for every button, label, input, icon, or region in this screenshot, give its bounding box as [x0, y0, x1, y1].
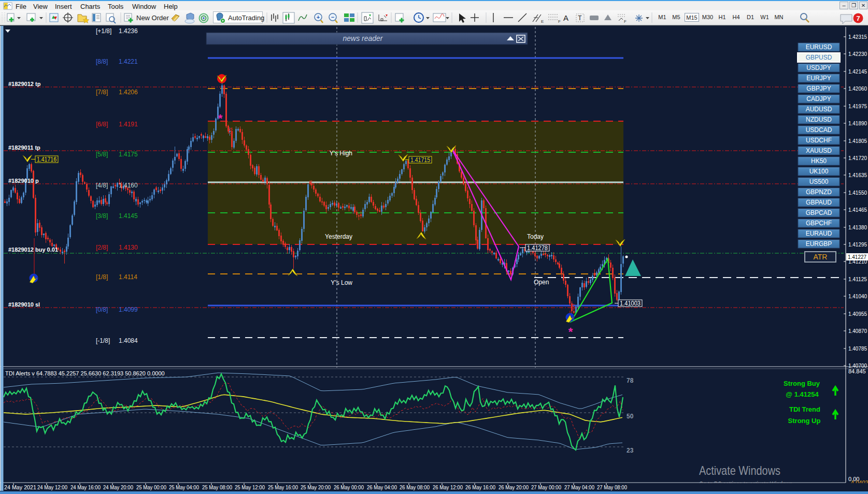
svg-text:Strong Up: Strong Up [788, 417, 821, 425]
svg-text:*: * [218, 112, 223, 125]
svg-text:S: S [228, 127, 233, 135]
svg-text:#1829010 p: #1829010 p [8, 178, 39, 184]
svg-text:25 May 12:00: 25 May 12:00 [235, 484, 265, 490]
svg-text:T: T [578, 14, 582, 22]
svg-text:[1/8]: [1/8] [96, 273, 108, 281]
svg-text:GBPJPY: GBPJPY [806, 85, 831, 92]
svg-text:24 May 20:00: 24 May 20:00 [103, 484, 133, 490]
svg-text:GBPUSD: GBPUSD [806, 54, 832, 61]
svg-text:[0/8]: [0/8] [96, 306, 108, 313]
svg-text:@ 1.41254: @ 1.41254 [786, 390, 819, 398]
svg-text:25 May 08:00: 25 May 08:00 [202, 484, 232, 490]
svg-text:[-1/8]: [-1/8] [96, 337, 110, 344]
svg-text:1.42145: 1.42145 [848, 68, 867, 75]
svg-text:Y's Low: Y's Low [331, 279, 352, 286]
svg-text:EURJPY: EURJPY [806, 75, 831, 82]
svg-text:1.4236: 1.4236 [119, 27, 138, 35]
svg-text:25 May 16:00: 25 May 16:00 [268, 484, 298, 490]
svg-text:HK50: HK50 [811, 157, 827, 165]
svg-text:A: A [563, 13, 568, 22]
svg-text:26 May 12:00: 26 May 12:00 [433, 484, 463, 490]
svg-text:USDJPY: USDJPY [806, 64, 831, 71]
svg-text:[2/8]: [2/8] [96, 244, 108, 251]
svg-text:*: * [568, 325, 573, 338]
svg-text:TDI Alerts v 64.7883 45.2257 2: TDI Alerts v 64.7883 45.2257 25.6630 62.… [5, 370, 165, 376]
svg-text:1.41716: 1.41716 [37, 156, 56, 163]
svg-text:GBPCAD: GBPCAD [806, 209, 832, 216]
svg-text:USDCAD: USDCAD [806, 126, 832, 134]
svg-text:1.41278: 1.41278 [527, 244, 548, 252]
svg-text:[8/8]: [8/8] [96, 58, 108, 65]
svg-text:1.41003: 1.41003 [620, 300, 641, 307]
svg-text:1.41890: 1.41890 [848, 120, 867, 126]
svg-text:1.4114: 1.4114 [119, 273, 137, 281]
svg-text:84.845: 84.845 [848, 368, 866, 374]
svg-text:78: 78 [627, 377, 634, 384]
svg-text:1.41227: 1.41227 [848, 254, 866, 260]
svg-text:E: E [541, 19, 544, 24]
svg-text:ATR: ATR [814, 253, 828, 261]
svg-text:TDI Trend: TDI Trend [789, 405, 820, 413]
svg-text:#1829011 tp: #1829011 tp [8, 144, 40, 151]
svg-text:1.41550: 1.41550 [848, 190, 867, 196]
svg-text:UK100: UK100 [809, 168, 829, 175]
svg-text:1.40870: 1.40870 [848, 328, 867, 334]
svg-text:50: 50 [627, 413, 634, 420]
svg-text:1.4084: 1.4084 [119, 337, 138, 344]
svg-text:Activate Windows: Activate Windows [699, 463, 780, 477]
svg-text:USDCHF: USDCHF [806, 137, 832, 144]
svg-text:GBPCHF: GBPCHF [806, 220, 832, 227]
svg-text:25 May 04:00: 25 May 04:00 [169, 484, 199, 490]
svg-text:26 May 00:00: 26 May 00:00 [334, 484, 364, 490]
svg-text:1.42060: 1.42060 [848, 85, 867, 92]
svg-text:GBPAUD: GBPAUD [806, 199, 832, 206]
svg-text:NZDUSD: NZDUSD [806, 116, 832, 123]
svg-text:23: 23 [627, 447, 634, 454]
svg-text:26 May 08:00: 26 May 08:00 [400, 484, 430, 490]
svg-text:news reader: news reader [343, 34, 383, 42]
svg-text:25 May 00:00: 25 May 00:00 [136, 484, 166, 490]
svg-text:S: S [570, 302, 575, 311]
svg-text:1.41715: 1.41715 [410, 156, 430, 164]
svg-text:EURGBP: EURGBP [806, 240, 832, 248]
svg-text:[+1/8]: [+1/8] [96, 27, 111, 35]
svg-text:24 May 12:00: 24 May 12:00 [37, 484, 67, 490]
svg-text:1.4160: 1.4160 [119, 182, 138, 189]
svg-text:[5/8]: [5/8] [96, 151, 108, 158]
svg-text:CADJPY: CADJPY [806, 95, 831, 103]
svg-text:#1829012 buy 0.01: #1829012 buy 0.01 [8, 246, 58, 253]
svg-text:26 May 04:00: 26 May 04:00 [367, 484, 397, 490]
svg-text:1.4191: 1.4191 [119, 121, 138, 128]
svg-text:XAUUSD: XAUUSD [806, 147, 832, 154]
svg-text:+: + [317, 14, 320, 20]
svg-text:7: 7 [856, 14, 860, 22]
svg-text:AUDUSD: AUDUSD [806, 106, 832, 113]
svg-text:1.4221: 1.4221 [119, 58, 138, 65]
svg-text:Strong Buy: Strong Buy [784, 380, 820, 387]
svg-text:GBPNZD: GBPNZD [806, 188, 832, 196]
svg-text:1.41295: 1.41295 [848, 241, 867, 248]
svg-text:[3/8]: [3/8] [96, 212, 108, 220]
svg-text:1.41975: 1.41975 [848, 103, 867, 109]
svg-text:1.42315: 1.42315 [848, 34, 867, 40]
svg-text:27 May 00:00: 27 May 00:00 [531, 484, 561, 490]
svg-text:1.4099: 1.4099 [119, 306, 138, 313]
svg-text:26 May 20:00: 26 May 20:00 [499, 484, 529, 490]
svg-text:1.41805: 1.41805 [848, 138, 867, 144]
svg-text:US500: US500 [809, 178, 829, 185]
svg-text:1.41125: 1.41125 [848, 276, 867, 282]
svg-text:1.4206: 1.4206 [119, 89, 138, 96]
svg-text:F: F [624, 19, 627, 24]
svg-text:#1829010 sl: #1829010 sl [8, 301, 40, 308]
svg-text:1.4175: 1.4175 [119, 151, 138, 158]
svg-text:[6/8]: [6/8] [96, 121, 108, 128]
svg-text:25 May 20:00: 25 May 20:00 [301, 484, 331, 490]
svg-text:1.40785: 1.40785 [848, 345, 867, 352]
svg-text:24 May 2021: 24 May 2021 [4, 484, 36, 490]
svg-text:24 May 16:00: 24 May 16:00 [70, 484, 101, 490]
svg-text:EURAUD: EURAUD [806, 230, 832, 237]
svg-text:27 May 04:00: 27 May 04:00 [564, 484, 594, 490]
svg-text:1.40955: 1.40955 [848, 311, 867, 317]
svg-text:1.41465: 1.41465 [848, 207, 867, 213]
svg-text:Open: Open [534, 279, 549, 286]
